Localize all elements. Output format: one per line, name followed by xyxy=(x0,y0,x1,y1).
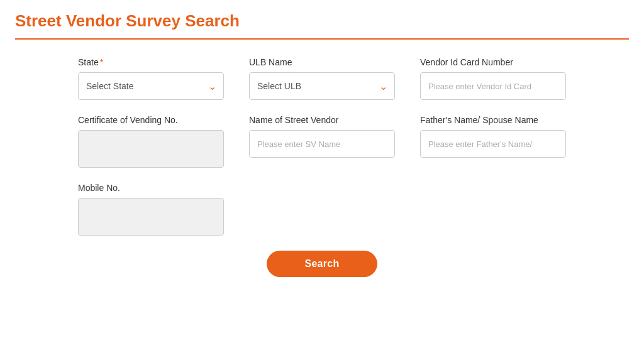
vendor-id-field-group: Vendor Id Card Number xyxy=(420,57,566,100)
mobile-field-group: Mobile No. xyxy=(78,183,224,236)
state-select[interactable]: Select State xyxy=(78,72,224,100)
vendor-id-input[interactable] xyxy=(420,72,566,100)
ulb-field-group: ULB Name Select ULB ⌄ xyxy=(249,57,395,100)
ulb-select[interactable]: Select ULB xyxy=(249,72,395,100)
form-section: State* Select State ⌄ ULB Name Select UL… xyxy=(15,57,629,277)
form-row-3: Mobile No. xyxy=(78,183,566,236)
ulb-label: ULB Name xyxy=(249,57,395,67)
required-indicator: * xyxy=(100,57,103,67)
cert-no-input[interactable] xyxy=(78,130,224,168)
form-row-2: Certificate of Vending No. Name of Stree… xyxy=(78,115,566,168)
cert-no-field-group: Certificate of Vending No. xyxy=(78,115,224,168)
cert-no-label: Certificate of Vending No. xyxy=(78,115,224,125)
state-select-wrapper: Select State ⌄ xyxy=(78,72,224,100)
mobile-input[interactable] xyxy=(78,198,224,236)
search-button-row: Search xyxy=(78,251,566,277)
state-field-group: State* Select State ⌄ xyxy=(78,57,224,100)
mobile-label: Mobile No. xyxy=(78,183,224,193)
ulb-select-wrapper: Select ULB ⌄ xyxy=(249,72,395,100)
father-name-field-group: Father's Name/ Spouse Name xyxy=(420,115,566,168)
page-title: Street Vendor Survey Search xyxy=(15,11,629,31)
sv-name-input[interactable] xyxy=(249,130,395,158)
father-name-label: Father's Name/ Spouse Name xyxy=(420,115,566,125)
search-button[interactable]: Search xyxy=(267,251,377,277)
sv-name-field-group: Name of Street Vendor xyxy=(249,115,395,168)
vendor-id-label: Vendor Id Card Number xyxy=(420,57,566,67)
sv-name-label: Name of Street Vendor xyxy=(249,115,395,125)
spacer-1 xyxy=(249,183,395,236)
form-row-1: State* Select State ⌄ ULB Name Select UL… xyxy=(78,57,566,100)
title-divider xyxy=(15,38,629,40)
father-name-input[interactable] xyxy=(420,130,566,158)
page-container: Street Vendor Survey Search State* Selec… xyxy=(0,0,644,343)
spacer-2 xyxy=(420,183,566,236)
state-label: State* xyxy=(78,57,224,67)
